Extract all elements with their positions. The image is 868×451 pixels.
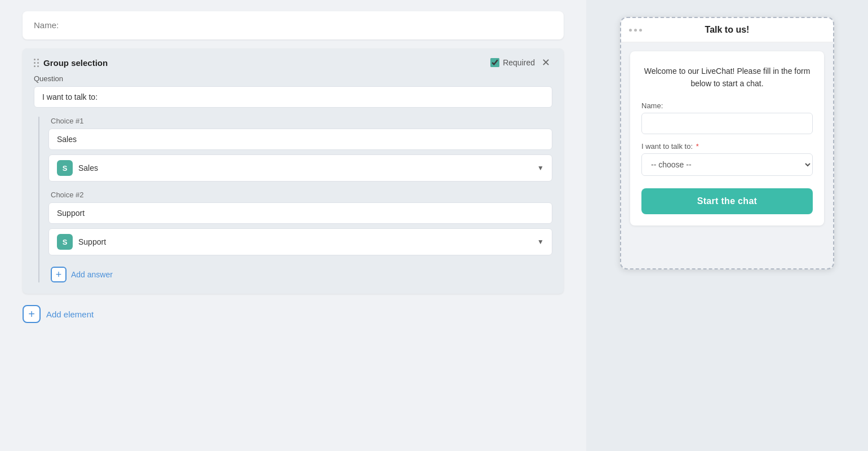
chat-header-title: Talk to us! [705,25,750,35]
question-label: Question [34,74,552,83]
add-element-label[interactable]: Add element [46,309,94,319]
name-card [23,11,564,39]
chat-name-input[interactable] [641,113,813,134]
close-button[interactable]: ✕ [539,58,552,68]
chevron-down-icon-2: ▼ [537,238,544,246]
chat-group-field: I want to talk to: * -- choose -- Sales … [641,142,813,176]
chat-name-field: Name: [641,101,813,134]
choice-1-block: Choice #1 S Sales ▼ [48,117,552,182]
drag-handle-icon[interactable] [34,59,39,67]
chat-name-label: Name: [641,101,813,110]
choices-container: Choice #1 S Sales ▼ Choice #2 S Support … [38,117,552,282]
group-selection-card: Group selection Required ✕ Question Choi… [23,48,564,294]
chat-widget: Talk to us! Welcome to our LiveChat! Ple… [620,17,834,269]
start-chat-button[interactable]: Start the chat [641,188,813,214]
support-avatar: S [57,234,73,250]
chat-widget-header: Talk to us! [621,18,833,42]
required-star: * [694,142,699,151]
choice-2-block: Choice #2 S Support ▼ [48,191,552,255]
choice-2-group-name: Support [78,237,532,246]
chat-widget-bottom-space [621,235,833,268]
choice-2-group-select[interactable]: S Support ▼ [48,228,552,255]
choice-1-group-select[interactable]: S Sales ▼ [48,154,552,182]
add-answer-row: + Add answer [48,267,552,282]
required-section: Required [490,58,535,67]
question-input[interactable] [34,86,552,108]
add-answer-button[interactable]: + [51,267,67,282]
choice-1-group-name: Sales [78,163,532,173]
choice-2-label: Choice #2 [48,191,552,199]
header-dot-2 [634,29,637,32]
choice-1-label: Choice #1 [48,117,552,125]
add-element-row: + Add element [23,305,564,323]
header-dot-3 [639,29,642,32]
group-card-header: Group selection Required ✕ [34,58,552,68]
right-panel: Talk to us! Welcome to our LiveChat! Ple… [586,0,868,451]
required-checkbox[interactable] [490,58,499,67]
sales-avatar: S [57,160,73,176]
add-answer-label[interactable]: Add answer [71,270,113,279]
header-dots [629,29,642,32]
required-label: Required [503,58,535,67]
group-card-title: Group selection [43,58,486,68]
chat-group-select[interactable]: -- choose -- Sales Support [641,153,813,176]
chat-welcome-text: Welcome to our LiveChat! Please fill in … [641,65,813,90]
add-element-button[interactable]: + [23,305,41,323]
chat-group-label: I want to talk to: * [641,142,813,151]
name-input[interactable] [34,20,552,30]
left-panel: Group selection Required ✕ Question Choi… [0,0,586,451]
chevron-down-icon: ▼ [537,164,544,172]
chat-widget-body: Welcome to our LiveChat! Please fill in … [630,51,824,226]
choice-1-input[interactable] [48,129,552,150]
choice-2-input[interactable] [48,202,552,224]
header-dot-1 [629,29,632,32]
